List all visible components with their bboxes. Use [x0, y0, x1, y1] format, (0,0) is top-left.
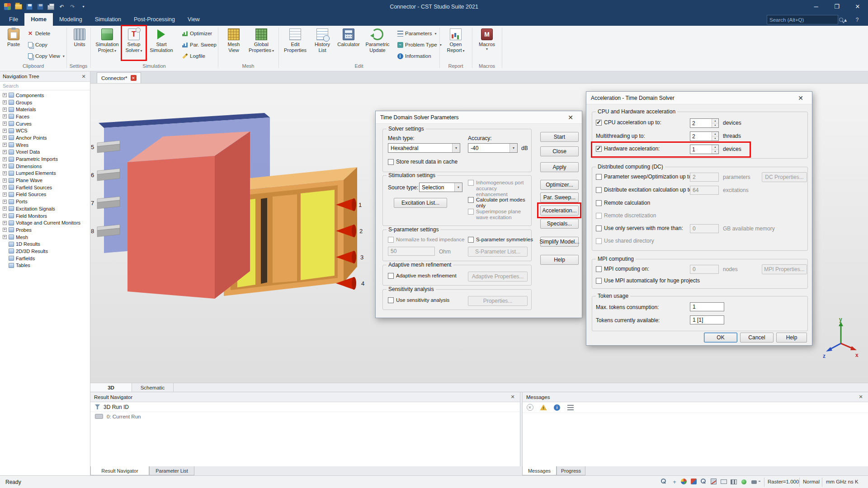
tab-result-navigator[interactable]: Result Navigator [90, 466, 149, 475]
tree-item[interactable]: +Farfield Sources [0, 184, 90, 191]
tree-item[interactable]: +Anchor Points [0, 134, 90, 141]
macros-button[interactable]: M Macros ▾ [476, 27, 498, 62]
close-button[interactable]: ✕ [847, 0, 868, 13]
checkbox-icon[interactable] [388, 237, 394, 243]
remote-calculation-checkbox[interactable]: Remote calculation [596, 200, 650, 206]
expander-icon[interactable]: + [3, 136, 7, 140]
copy-view-button[interactable]: Copy View ▾ [25, 51, 66, 61]
expander-icon[interactable]: + [3, 200, 7, 204]
save-all-icon[interactable] [36, 3, 44, 10]
run-item-row[interactable]: 0: Current Run [90, 412, 520, 421]
adaptive-mesh-checkbox[interactable]: Adaptive mesh refinement [388, 273, 457, 279]
source-type-select[interactable]: Selection ▾ [419, 183, 462, 192]
calculate-port-modes-checkbox[interactable]: Calculate port modes only [468, 197, 529, 209]
tab-file[interactable]: File [3, 13, 24, 26]
checkbox-icon[interactable] [468, 180, 474, 186]
zoom-in-icon[interactable] [661, 479, 666, 483]
tree-item[interactable]: Farfields [0, 255, 90, 262]
warnings-icon[interactable]: ! [540, 404, 547, 411]
history-list-button[interactable]: HistoryList [311, 27, 334, 62]
optimizer-dialog-button[interactable]: Optimizer... [540, 180, 579, 190]
start-button[interactable]: Start [540, 132, 579, 142]
expander-icon[interactable]: + [3, 221, 7, 225]
open-project-icon[interactable] [14, 3, 22, 10]
3d-model[interactable]: 5 6 7 8 1 2 3 4 [88, 104, 414, 321]
tree-item[interactable]: +Excitation Signals [0, 205, 90, 212]
tree-item[interactable]: +Wires [0, 141, 90, 149]
expander-icon[interactable]: + [3, 129, 7, 133]
dialog-title-bar[interactable]: Acceleration - Time Domain Solver ✕ [586, 92, 812, 104]
tab-modeling[interactable]: Modeling [53, 13, 89, 26]
multithreading-spinner[interactable]: 2 ▲▼ [690, 131, 719, 141]
inhomogeneous-port-checkbox[interactable]: Inhomogeneous port accuracy enhancement [468, 180, 529, 197]
tree-item[interactable]: +Curves [0, 120, 90, 127]
run-id-header-row[interactable]: 3D Run ID [90, 402, 520, 412]
search-input[interactable] [769, 17, 839, 23]
parameters-button[interactable]: Parameters ▾ [395, 28, 438, 38]
hardware-acceleration-spinner[interactable]: 1 ▲▼ [690, 145, 719, 154]
pick-point-icon[interactable]: + [671, 479, 678, 486]
expander-icon[interactable]: + [3, 206, 7, 211]
expander-icon[interactable]: + [3, 192, 7, 197]
tree-item[interactable]: +Mesh [0, 234, 90, 241]
close-tab-icon[interactable]: ✕ [131, 75, 137, 81]
save-icon[interactable] [25, 3, 33, 10]
parameter-sweep-input[interactable]: 2 [690, 173, 719, 182]
close-icon[interactable]: ✕ [80, 74, 87, 80]
checkbox-icon[interactable] [596, 174, 602, 180]
expander-icon[interactable]: + [3, 114, 7, 118]
tree-item[interactable]: +Voltage and Current Monitors [0, 219, 90, 226]
tab-simulation[interactable]: Simulation [89, 13, 127, 26]
expander-icon[interactable]: + [3, 171, 7, 175]
checkbox-icon[interactable] [596, 187, 602, 193]
filter-icon[interactable] [95, 404, 100, 409]
s-parameter-list-button[interactable]: S-Parameter List... [468, 247, 528, 257]
screen-icon[interactable] [721, 479, 728, 486]
tree-item[interactable]: +Dimensions [0, 163, 90, 170]
apply-button[interactable]: Apply [540, 162, 579, 172]
hardware-acceleration-checkbox[interactable]: Hardware acceleration: [596, 146, 660, 152]
tree-item[interactable]: +Probes [0, 226, 90, 234]
expander-icon[interactable]: + [3, 143, 7, 147]
tree-item[interactable]: +Lumped Elements [0, 170, 90, 177]
simulation-project-button[interactable]: SimulationProject▾ [94, 27, 120, 62]
tree-item[interactable]: +Field Sources [0, 191, 90, 198]
servers-checkbox[interactable]: Use only servers with more than: [596, 225, 683, 231]
distribute-excitation-checkbox[interactable]: Distribute excitation calculation up to: [596, 187, 693, 193]
expander-icon[interactable]: + [3, 122, 7, 126]
mpi-nodes-input[interactable]: 0 [690, 265, 719, 274]
app-icon[interactable] [4, 3, 11, 10]
dialog-title-bar[interactable]: Time Domain Solver Parameters ✕ [376, 111, 582, 124]
s-parameter-symmetries-checkbox[interactable]: S-parameter symmetries [468, 237, 533, 243]
tree-search-input[interactable] [0, 82, 90, 90]
expander-icon[interactable]: + [3, 228, 7, 232]
excitation-list-button[interactable]: Excitation List... [394, 198, 447, 208]
mesh-type-select[interactable]: Hexahedral ▾ [388, 143, 460, 153]
expander-icon[interactable]: + [3, 157, 7, 161]
checkbox-icon[interactable] [388, 273, 394, 279]
ribbon-collapse-icon[interactable]: ▴ [841, 15, 850, 24]
checkbox-icon[interactable] [468, 209, 474, 215]
logfile-button[interactable]: Logfile [180, 51, 207, 61]
distribute-excitation-input[interactable]: 64 [690, 186, 719, 195]
edit-properties-button[interactable]: EditProperties [282, 27, 308, 62]
start-simulation-button[interactable]: StartSimulation [147, 27, 175, 62]
checkbox-icon[interactable] [468, 237, 474, 243]
expander-icon[interactable]: + [3, 178, 7, 183]
tab-post-processing[interactable]: Post-Processing [127, 13, 181, 26]
normalize-impedance-checkbox[interactable]: Normalize to fixed impedance [388, 237, 465, 243]
tree-item[interactable]: +Ports [0, 198, 90, 205]
par-sweep-button[interactable]: Par. Sweep [180, 40, 218, 50]
minimize-button[interactable]: ─ [806, 0, 826, 13]
superimpose-plane-wave-checkbox[interactable]: Superimpose plane wave excitation [468, 209, 529, 221]
close-icon[interactable]: ✕ [509, 394, 516, 400]
accuracy-select[interactable]: -40 ▾ [468, 143, 518, 153]
tree-item[interactable]: +Plane Wave [0, 177, 90, 184]
chevron-down-icon[interactable]: ▾ [452, 144, 460, 152]
redo-icon[interactable]: ↷ [69, 3, 76, 10]
info-icon[interactable]: i [553, 404, 561, 411]
chevron-down-icon[interactable]: ▾ [509, 144, 517, 152]
maximize-button[interactable]: ❐ [826, 0, 847, 13]
tree-item[interactable]: 2D/3D Results [0, 248, 90, 255]
spin-up-icon[interactable]: ▲ [712, 132, 718, 136]
